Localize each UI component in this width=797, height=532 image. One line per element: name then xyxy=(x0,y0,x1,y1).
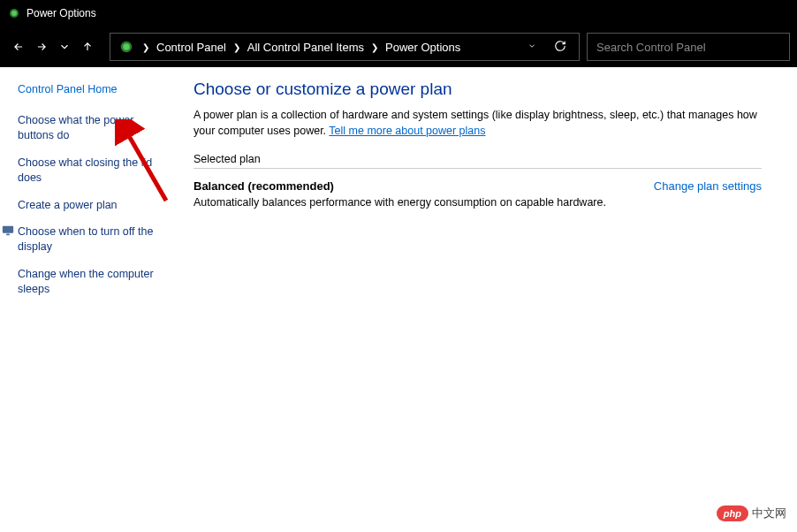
sidebar-item-label: Create a power plan xyxy=(18,198,118,213)
refresh-button[interactable] xyxy=(545,40,575,55)
watermark-text: 中文网 xyxy=(752,505,786,521)
power-options-icon xyxy=(118,38,135,56)
page-title: Choose or customize a power plan xyxy=(194,80,762,99)
sidebar-item-label: Choose what the power buttons do xyxy=(18,113,169,143)
svg-rect-5 xyxy=(6,234,10,236)
plan-description: Automatically balances performance with … xyxy=(194,196,762,209)
address-dropdown[interactable] xyxy=(519,42,545,52)
svg-point-1 xyxy=(11,11,17,16)
svg-point-3 xyxy=(123,43,130,50)
address-bar[interactable]: ❯ Control Panel ❯ All Control Panel Item… xyxy=(110,33,580,61)
search-box[interactable] xyxy=(587,33,790,61)
navbar: ❯ Control Panel ❯ All Control Panel Item… xyxy=(0,27,797,67)
watermark-badge: php xyxy=(717,505,748,521)
section-label: Selected plan xyxy=(194,153,762,169)
sidebar: Control Panel Home Choose what the power… xyxy=(0,67,181,532)
back-button[interactable] xyxy=(7,35,30,58)
sidebar-link-create-plan[interactable]: Create a power plan xyxy=(18,198,169,213)
sidebar-link-turn-off-display[interactable]: Choose when to turn off the display xyxy=(2,224,169,255)
svg-rect-4 xyxy=(3,226,13,233)
breadcrumb-power-options[interactable]: Power Options xyxy=(382,34,464,60)
window-title: Power Options xyxy=(27,7,96,19)
search-input[interactable] xyxy=(588,41,789,54)
watermark: php 中文网 xyxy=(717,505,786,521)
titlebar: Power Options xyxy=(0,0,797,27)
sidebar-link-power-buttons[interactable]: Choose what the power buttons do xyxy=(18,113,169,143)
breadcrumb-all-items[interactable]: All Control Panel Items xyxy=(244,34,368,60)
recent-dropdown[interactable] xyxy=(53,35,76,58)
breadcrumb-control-panel[interactable]: Control Panel xyxy=(153,34,230,60)
power-options-icon xyxy=(7,6,21,20)
sidebar-item-label: Choose when to turn off the display xyxy=(18,224,169,255)
sidebar-item-label: Change when the computer sleeps xyxy=(18,267,169,297)
monitor-icon xyxy=(2,224,14,237)
plan-name: Balanced (recommended) xyxy=(194,179,334,193)
chevron-right-icon[interactable]: ❯ xyxy=(230,42,244,52)
forward-button[interactable] xyxy=(30,35,53,58)
sidebar-item-label: Choose what closing the lid does xyxy=(18,156,169,186)
content-area: Control Panel Home Choose what the power… xyxy=(0,67,797,532)
sidebar-link-closing-lid[interactable]: Choose what closing the lid does xyxy=(18,156,169,186)
change-plan-settings-link[interactable]: Change plan settings xyxy=(654,179,762,193)
plan-row: Balanced (recommended) Change plan setti… xyxy=(194,179,762,193)
up-button[interactable] xyxy=(76,35,99,58)
main-panel: Choose or customize a power plan A power… xyxy=(181,67,797,532)
control-panel-home-link[interactable]: Control Panel Home xyxy=(18,83,169,95)
chevron-right-icon[interactable]: ❯ xyxy=(139,42,153,52)
sidebar-link-computer-sleeps[interactable]: Change when the computer sleeps xyxy=(2,267,169,297)
page-description: A power plan is a collection of hardware… xyxy=(194,108,762,139)
tell-me-more-link[interactable]: Tell me more about power plans xyxy=(329,125,485,137)
chevron-right-icon[interactable]: ❯ xyxy=(368,42,382,52)
moon-icon xyxy=(2,267,14,279)
